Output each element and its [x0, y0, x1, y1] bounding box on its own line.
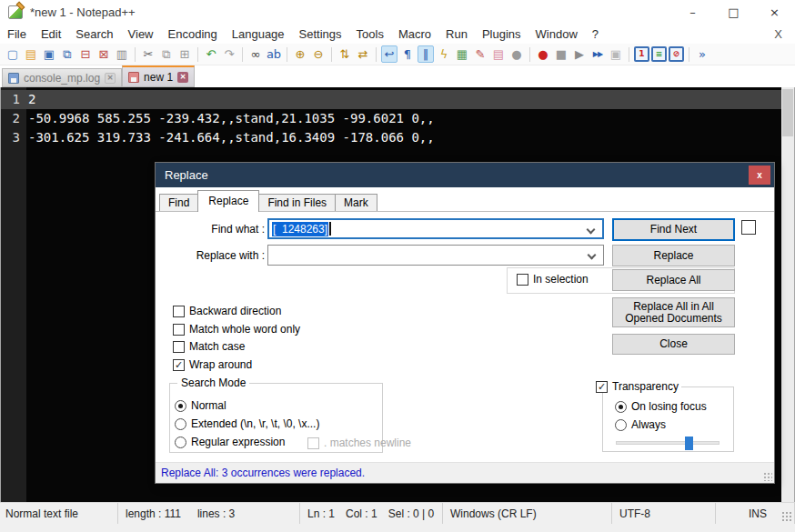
new-file-icon[interactable]: ▢	[5, 45, 21, 63]
chevron-down-icon[interactable]	[587, 226, 596, 235]
search-mode-normal-radio[interactable]: Normal	[175, 399, 226, 412]
match-case-checkbox[interactable]: Match case	[173, 340, 245, 353]
status-line: Ln : 1	[307, 507, 335, 520]
bookmark-clear-icon[interactable]: ⊘	[669, 46, 684, 62]
menu-item-window[interactable]: Window	[528, 25, 585, 43]
menu-item-settings[interactable]: Settings	[292, 25, 349, 43]
save-all-icon[interactable]: ⧉	[59, 45, 75, 63]
tab-close-icon[interactable]: ✕	[177, 72, 188, 83]
sync-horizontal-scrolling-icon[interactable]: ⇄	[355, 45, 371, 63]
close-button[interactable]: Close	[612, 334, 735, 355]
paste-icon[interactable]: ⊞	[176, 45, 193, 63]
dialog-tab-replace[interactable]: Replace	[197, 190, 259, 212]
copy-icon[interactable]: ⧉	[158, 45, 175, 63]
find-what-combobox[interactable]: [ 1248263]	[267, 218, 604, 239]
dialog-resize-grip[interactable]	[763, 472, 772, 481]
always-radio[interactable]: Always	[615, 418, 666, 431]
line-text[interactable]: 2	[26, 90, 35, 109]
line-number-margin[interactable]	[1, 87, 26, 502]
sync-vertical-scrolling-icon[interactable]: ⇅	[337, 45, 353, 63]
file-monitoring-icon[interactable]: ●	[508, 45, 525, 63]
line-number[interactable]: 3	[1, 128, 26, 147]
maximize-icon[interactable]: □	[713, 0, 754, 24]
tab-close-icon[interactable]: ✕	[105, 73, 116, 84]
menu-item-plugins[interactable]: Plugins	[475, 25, 528, 43]
two-buttons-mode-checkbox[interactable]	[741, 220, 756, 235]
wrap-around-checkbox[interactable]: ✓ Wrap around	[173, 358, 252, 371]
menu-item-file[interactable]: File	[0, 25, 34, 43]
replace-all-button[interactable]: Replace All	[612, 269, 735, 291]
macro-stop-icon[interactable]: ■	[553, 45, 569, 63]
menu-item-search[interactable]: Search	[68, 25, 120, 43]
close-file-icon[interactable]: ⊟	[77, 45, 94, 63]
search-mode-regex-radio[interactable]: Regular expression	[175, 436, 285, 448]
slider-thumb[interactable]	[685, 437, 693, 450]
edit-marker-icon[interactable]: ✎	[472, 45, 488, 63]
line-number[interactable]: 1	[1, 90, 26, 109]
title-bar[interactable]: *new 1 - Notepad++ – □ ×	[0, 0, 795, 24]
cut-icon[interactable]: ✂	[140, 45, 156, 63]
close-icon[interactable]: ×	[754, 0, 795, 24]
line-text[interactable]: -50.9968 585.255 -239.432,,stand,21.1035…	[26, 109, 435, 128]
bookmark-lines-icon[interactable]: ≡	[651, 46, 667, 62]
transparency-slider[interactable]	[616, 441, 720, 445]
menu-item-help[interactable]: ?	[585, 25, 606, 43]
status-column: Col : 1	[346, 507, 377, 520]
replace-all-in-all-opened-documents-button[interactable]: Replace All in All Opened Documents	[612, 297, 735, 327]
function-completion-icon[interactable]: ϟ	[436, 45, 452, 63]
redo-icon[interactable]: ↷	[221, 45, 237, 63]
line-number[interactable]: 2	[1, 109, 26, 128]
menu-item-tools[interactable]: Tools	[349, 25, 391, 43]
project-panel-icon[interactable]: ▤	[490, 45, 507, 63]
in-selection-checkbox[interactable]: In selection	[517, 273, 589, 286]
close-all-icon[interactable]: ⊠	[96, 45, 112, 63]
find-next-button[interactable]: Find Next	[612, 218, 735, 241]
document-close-x-button[interactable]: X	[761, 27, 795, 41]
word-wrap-icon[interactable]: ↩	[381, 45, 398, 63]
show-all-characters-icon[interactable]: ¶	[399, 45, 416, 63]
undo-icon[interactable]: ↶	[203, 45, 219, 63]
menu-item-edit[interactable]: Edit	[34, 25, 68, 43]
minimize-icon[interactable]: –	[672, 0, 713, 24]
editor-line[interactable]: 2-50.9968 585.255 -239.432,,stand,21.103…	[1, 109, 781, 128]
zoom-out-icon[interactable]: ⊖	[310, 45, 327, 63]
tab-new-1[interactable]: new 1 ✕	[122, 65, 195, 87]
indent-guide-icon[interactable]: ‖	[418, 45, 434, 63]
macro-run-multiple-icon[interactable]: ▶▶	[589, 45, 606, 63]
window-resize-grip[interactable]	[781, 511, 792, 522]
macro-record-icon[interactable]: ●	[535, 45, 551, 63]
chevron-down-icon[interactable]	[588, 251, 597, 260]
toolbar-separator	[529, 47, 530, 62]
replace-with-combobox[interactable]	[267, 245, 604, 266]
replace-icon[interactable]: ab	[266, 45, 282, 63]
toolbar-separator	[197, 47, 198, 62]
bookmark-toggle-icon[interactable]: 1	[634, 46, 649, 62]
menu-item-language[interactable]: Language	[225, 25, 292, 43]
scrollbar-thumb[interactable]	[782, 89, 793, 136]
macro-save-icon[interactable]: ▣	[608, 45, 624, 63]
document-map-icon[interactable]: ▦	[454, 45, 470, 63]
on-losing-focus-radio[interactable]: On losing focus	[615, 400, 707, 413]
find-icon[interactable]: ∞	[247, 45, 264, 63]
notepad-plus-plus-window: *new 1 - Notepad++ – □ × FileEditSearchV…	[0, 0, 795, 532]
replace-button[interactable]: Replace	[612, 245, 735, 266]
line-text[interactable]: -301.625 319.733 -241.664,,stand,16.3409…	[26, 128, 435, 147]
macro-playback-icon[interactable]: ▶	[571, 45, 588, 63]
print-icon[interactable]: ▥	[114, 45, 130, 63]
search-mode-extended-radio[interactable]: Extended (\n, \r, \t, \0, \x...)	[175, 417, 319, 430]
menu-item-encoding[interactable]: Encoding	[161, 25, 225, 43]
editor-vertical-scrollbar[interactable]	[781, 87, 794, 502]
editor-line[interactable]: 3-301.625 319.733 -241.664,,stand,16.340…	[1, 128, 781, 147]
match-whole-word-checkbox[interactable]: Match whole word only	[173, 323, 300, 336]
menu-item-macro[interactable]: Macro	[391, 25, 438, 43]
transparency-checkbox[interactable]: ✓ Transparency	[593, 380, 681, 393]
zoom-in-icon[interactable]: ⊕	[292, 45, 308, 63]
backward-direction-checkbox[interactable]: Backward direction	[173, 305, 281, 317]
open-folder-icon[interactable]: ▤	[23, 45, 39, 63]
menu-item-view[interactable]: View	[121, 25, 161, 43]
editor-line[interactable]: 12	[1, 90, 781, 109]
toolbar-overflow-icon[interactable]: »	[694, 45, 710, 63]
tab-console-mp-log[interactable]: console_mp.log ✕	[2, 68, 122, 87]
save-icon[interactable]: ▣	[41, 45, 57, 63]
menu-item-run[interactable]: Run	[438, 25, 475, 43]
